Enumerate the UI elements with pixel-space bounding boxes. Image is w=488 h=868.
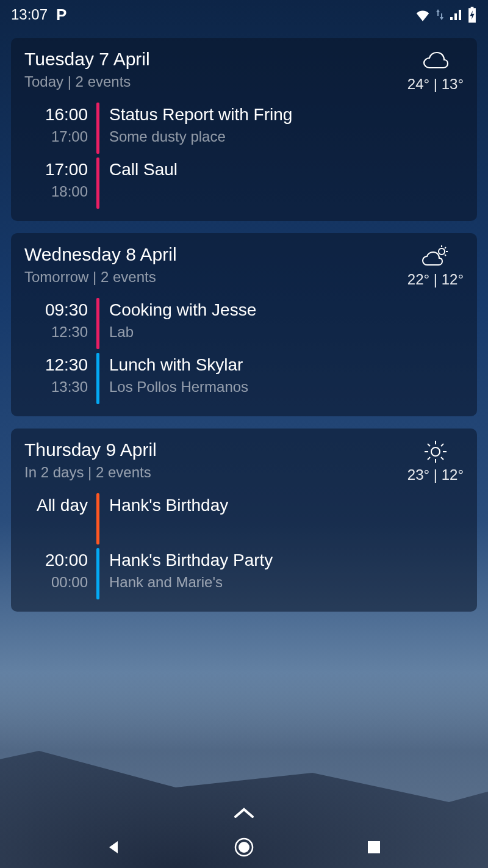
app-p-icon: P bbox=[56, 5, 66, 24]
event-location: Lab bbox=[109, 324, 464, 341]
day-card-tomorrow[interactable]: Wednesday 8 April Tomorrow | 2 events 22… bbox=[11, 233, 477, 416]
svg-point-0 bbox=[439, 248, 445, 255]
event-start: 09:30 bbox=[24, 300, 88, 320]
data-arrows-icon bbox=[436, 8, 444, 21]
event-row[interactable]: 17:00 18:00 Call Saul bbox=[24, 157, 464, 211]
event-row[interactable]: 12:30 13:30 Lunch with Skylar Los Pollos… bbox=[24, 353, 464, 407]
sun-icon bbox=[407, 439, 464, 464]
svg-line-4 bbox=[445, 255, 446, 256]
svg-line-11 bbox=[441, 457, 443, 460]
day-header: Wednesday 8 April Tomorrow | 2 events 22… bbox=[24, 244, 464, 288]
event-end: 17:00 bbox=[24, 128, 88, 145]
svg-rect-16 bbox=[368, 841, 380, 853]
calendar-widget-container: Tuesday 7 April Today | 2 events 24° | 1… bbox=[0, 29, 488, 612]
event-title: Call Saul bbox=[109, 160, 464, 179]
navigation-bar bbox=[0, 826, 488, 868]
event-row[interactable]: 09:30 12:30 Cooking with Jesse Lab bbox=[24, 298, 464, 352]
event-end: 00:00 bbox=[24, 574, 88, 591]
partly-cloudy-icon bbox=[407, 244, 464, 269]
event-start: 17:00 bbox=[24, 160, 88, 179]
event-row[interactable]: All day Hank's Birthday bbox=[24, 493, 464, 547]
nav-back-button[interactable] bbox=[96, 829, 132, 866]
status-right bbox=[415, 7, 477, 23]
event-location: Hank and Marie's bbox=[109, 574, 464, 591]
svg-line-13 bbox=[441, 444, 443, 446]
status-bar: 13:07 P bbox=[0, 0, 488, 29]
event-start: 20:00 bbox=[24, 551, 88, 570]
weather-temps: 23° | 12° bbox=[407, 466, 464, 483]
status-left: 13:07 P bbox=[11, 5, 66, 24]
signal-icon bbox=[449, 8, 462, 21]
weather-temps: 24° | 13° bbox=[407, 76, 464, 93]
svg-line-10 bbox=[428, 444, 430, 446]
svg-line-3 bbox=[445, 247, 446, 248]
event-title: Hank's Birthday Party bbox=[109, 551, 464, 570]
app-drawer-handle[interactable] bbox=[232, 806, 256, 820]
event-end: 12:30 bbox=[24, 324, 88, 341]
event-title: Cooking with Jesse bbox=[109, 300, 464, 320]
weather-temps: 22° | 12° bbox=[407, 271, 464, 288]
event-row[interactable]: 16:00 17:00 Status Report with Fring Som… bbox=[24, 103, 464, 156]
day-header: Tuesday 7 April Today | 2 events 24° | 1… bbox=[24, 49, 464, 93]
day-subtitle: In 2 days | 2 events bbox=[24, 464, 157, 481]
event-start: 16:00 bbox=[24, 105, 88, 125]
svg-point-5 bbox=[431, 447, 440, 456]
day-card-day-after[interactable]: Thursday 9 April In 2 days | 2 events bbox=[11, 429, 477, 612]
event-location: Some dusty place bbox=[109, 128, 464, 145]
event-end: 13:30 bbox=[24, 378, 88, 396]
status-time: 13:07 bbox=[11, 6, 48, 23]
day-subtitle: Today | 2 events bbox=[24, 73, 150, 90]
day-card-today[interactable]: Tuesday 7 April Today | 2 events 24° | 1… bbox=[11, 38, 477, 221]
event-location: Los Pollos Hermanos bbox=[109, 378, 464, 396]
nav-home-button[interactable] bbox=[226, 829, 262, 866]
day-subtitle: Tomorrow | 2 events bbox=[24, 269, 177, 286]
event-allday: All day bbox=[24, 496, 88, 515]
event-end: 18:00 bbox=[24, 183, 88, 200]
event-start: 12:30 bbox=[24, 355, 88, 375]
nav-recents-button[interactable] bbox=[356, 829, 392, 866]
event-row[interactable]: 20:00 00:00 Hank's Birthday Party Hank a… bbox=[24, 548, 464, 602]
event-title: Lunch with Skylar bbox=[109, 355, 464, 375]
day-title: Tuesday 7 April bbox=[24, 49, 150, 70]
svg-point-15 bbox=[239, 842, 249, 853]
weather-block[interactable]: 24° | 13° bbox=[407, 49, 464, 93]
cloud-icon bbox=[407, 49, 464, 73]
day-title: Wednesday 8 April bbox=[24, 244, 177, 265]
day-header: Thursday 9 April In 2 days | 2 events bbox=[24, 439, 464, 483]
wifi-icon bbox=[415, 8, 431, 21]
svg-line-12 bbox=[428, 457, 430, 460]
weather-block[interactable]: 22° | 12° bbox=[407, 244, 464, 288]
weather-block[interactable]: 23° | 12° bbox=[407, 439, 464, 483]
event-title: Hank's Birthday bbox=[109, 496, 464, 515]
event-title: Status Report with Fring bbox=[109, 105, 464, 125]
day-title: Thursday 9 April bbox=[24, 439, 157, 460]
battery-icon bbox=[467, 7, 477, 23]
